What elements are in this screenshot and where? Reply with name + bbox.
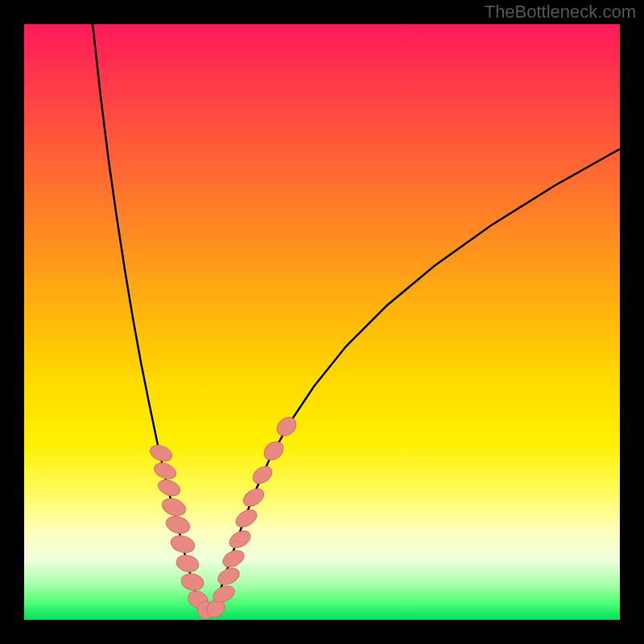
bead xyxy=(152,460,179,481)
bead xyxy=(175,553,200,574)
bead xyxy=(220,547,246,570)
bead xyxy=(159,495,188,518)
bead xyxy=(240,485,266,510)
bead xyxy=(215,565,242,588)
bead-layer xyxy=(24,24,620,620)
beads-right-group xyxy=(211,414,300,605)
plot-area xyxy=(24,24,620,620)
bead xyxy=(250,463,275,487)
bead xyxy=(233,506,259,530)
bead xyxy=(156,477,183,498)
bead xyxy=(261,438,287,464)
bead xyxy=(274,414,300,440)
bead xyxy=(169,533,196,555)
bead xyxy=(148,442,175,464)
bead xyxy=(180,572,205,592)
bead xyxy=(164,514,192,536)
bead xyxy=(226,527,253,551)
watermark-text: TheBottleneck.com xyxy=(485,2,636,23)
